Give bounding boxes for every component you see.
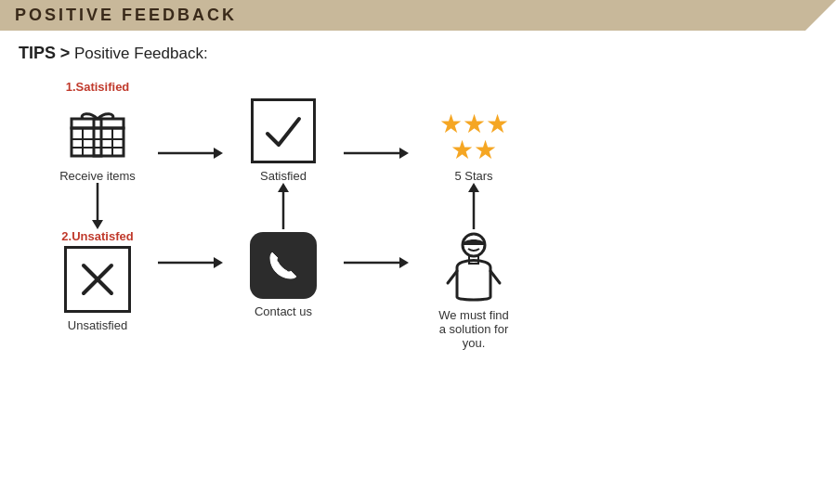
- tips-arrow: >: [60, 44, 71, 62]
- contact-us-label: Contact us: [255, 304, 312, 318]
- star-5: ★: [474, 137, 497, 163]
- arrow-right-1: [158, 144, 223, 183]
- solution-label: We must find a solution for you.: [438, 308, 509, 350]
- svg-marker-24: [399, 257, 409, 268]
- satisfied-col: Satisfied: [232, 82, 334, 183]
- star-4: ★: [451, 137, 474, 163]
- satisfied-step-label: 1.Satisified: [66, 80, 130, 94]
- svg-marker-22: [214, 257, 223, 268]
- diagram-area: 1.Satisified: [0, 63, 836, 359]
- receive-items-col: 1.Satisified: [46, 80, 149, 183]
- arrow-up-satisfied: [232, 183, 334, 229]
- five-stars-col: ★ ★ ★ ★ ★ 5 Stars: [418, 95, 529, 183]
- page-container: POSITIVE FEEDBACK TIPS > Positive Feedba…: [0, 0, 836, 504]
- svg-marker-16: [278, 183, 289, 192]
- arrow-down: [46, 183, 149, 229]
- tips-bold: TIPS: [19, 44, 56, 62]
- svg-marker-18: [468, 183, 479, 192]
- svg-rect-1: [72, 128, 124, 156]
- arrow-right-3: [158, 229, 223, 272]
- gift-icon: [64, 97, 131, 163]
- header-title: POSITIVE FEEDBACK: [15, 6, 237, 25]
- unsatisfied-label: Unsatisfied: [68, 318, 127, 332]
- solution-col: We must find a solution for you.: [418, 229, 529, 350]
- tips-line: TIPS > Positive Feedback:: [0, 31, 836, 63]
- svg-rect-2: [94, 119, 101, 156]
- x-icon: [64, 246, 131, 313]
- arrow-up-stars: [418, 183, 529, 229]
- star-1: ★: [439, 111, 463, 137]
- contact-us-col: Contact us: [232, 229, 334, 318]
- stars-container: ★ ★ ★ ★ ★: [432, 111, 516, 163]
- unsatisfied-step-label: 2.Unsatisfed: [61, 229, 133, 243]
- check-icon: [251, 98, 316, 163]
- receive-items-label: Receive items: [59, 169, 136, 183]
- svg-marker-12: [399, 148, 409, 159]
- star-2: ★: [463, 111, 486, 137]
- header-banner: POSITIVE FEEDBACK: [0, 0, 836, 31]
- svg-marker-10: [214, 148, 223, 159]
- unsatisfied-col: 2.Unsatisfed Unsatisfied: [46, 229, 149, 332]
- star-3: ★: [486, 111, 509, 137]
- person-icon: [440, 232, 507, 304]
- svg-marker-14: [92, 220, 103, 229]
- arrow-right-4: [344, 229, 409, 272]
- five-stars-label: 5 Stars: [454, 169, 492, 183]
- satisfied-label: Satisfied: [260, 169, 307, 183]
- tips-text: Positive Feedback:: [74, 45, 208, 62]
- phone-icon: [250, 232, 317, 299]
- arrow-right-2: [344, 144, 409, 183]
